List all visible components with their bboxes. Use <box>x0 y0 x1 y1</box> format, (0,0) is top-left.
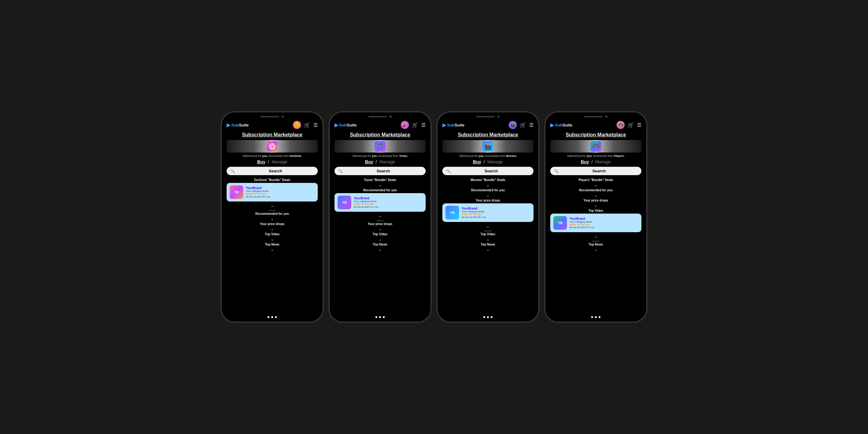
deal-price: As low as $14.43 / mo. <box>246 195 315 198</box>
search-label: Search <box>560 168 638 173</box>
pagination-dot-3[interactable] <box>383 316 385 318</box>
tab-buy[interactable]: Buy <box>257 159 266 164</box>
header-icons: 😊 🛒 ☰ <box>293 121 318 129</box>
avatar[interactable]: 🎬 <box>509 121 517 129</box>
price-drops-chevron[interactable]: ⌄ <box>335 227 426 231</box>
pagination-dot-1[interactable] <box>591 316 593 318</box>
divider <box>376 220 384 221</box>
top-video-chevron[interactable]: ⌄ <box>550 234 641 238</box>
tab-manage[interactable]: Manage <box>272 159 287 164</box>
pagination-dot-3[interactable] <box>599 316 600 318</box>
cart-icon[interactable]: 🛒 <box>628 122 634 128</box>
brand-logo-box: YB <box>445 206 459 219</box>
bundle-chevron[interactable]: ⌄ <box>227 204 318 208</box>
search-bar[interactable]: 🔍 Search <box>550 167 641 175</box>
recommended-chevron[interactable]: ⌄ <box>335 214 426 218</box>
pagination-dot-2[interactable] <box>271 316 273 318</box>
banner: 🎬 <box>442 140 533 153</box>
top-video-title: Top Video <box>227 232 318 236</box>
price-drops-chevron[interactable]: ⌄ <box>227 227 318 231</box>
banner-emoji: 🌸 <box>269 143 276 150</box>
pagination-dot-1[interactable] <box>268 316 269 318</box>
recommended-chevron[interactable]: ⌄ <box>442 193 533 197</box>
deal-card[interactable]: YB YourBrand Your Category Niche SAVE UP… <box>550 214 641 232</box>
tab-manage[interactable]: Manage <box>487 159 503 164</box>
banner: 🎵 <box>335 140 426 153</box>
deal-save: SAVE UP TO 24% <box>246 192 315 195</box>
price-drops-chevron[interactable]: ⌄ <box>442 224 533 228</box>
brand-logo-box: YB <box>553 216 567 230</box>
pagination-dot-2[interactable] <box>595 316 597 318</box>
tab-buy[interactable]: Buy <box>581 159 589 164</box>
top-news-chevron[interactable]: ⌄ <box>442 247 533 252</box>
deal-save: SAVE UP TO 15% <box>354 203 423 206</box>
search-bar[interactable]: 🔍 Search <box>227 167 318 175</box>
top-news-title: Top News <box>335 243 426 246</box>
tab-separator: / <box>268 159 269 164</box>
banner-emoji: 🎮 <box>592 143 600 150</box>
tab-manage[interactable]: Manage <box>595 159 611 164</box>
tab-buy[interactable]: Buy <box>365 159 373 164</box>
tagline: Tailored just for you. Exclusively from … <box>227 154 318 157</box>
deal-brand-name: YourBrand <box>462 207 530 210</box>
menu-icon[interactable]: ☰ <box>529 122 533 128</box>
top-video-chevron[interactable]: ⌄ <box>335 237 426 242</box>
pagination-dot-3[interactable] <box>275 316 277 318</box>
menu-icon[interactable]: ☰ <box>313 122 318 128</box>
phone-header: ▶ SubSuite 🎬 🛒 ☰ <box>442 119 533 132</box>
bundle-chevron[interactable]: ⌄ <box>442 183 533 187</box>
phone-tunez: ▶ SubSuite 🎤 🛒 ☰ Subscription Marketplac… <box>329 112 431 322</box>
tabs: Buy / Manage <box>550 159 641 164</box>
deal-price: As low as $14.05 / mo. <box>462 216 530 219</box>
recommended-chevron[interactable]: ⌄ <box>227 217 318 221</box>
top-news-title: Top News <box>227 243 318 246</box>
deal-category: Your Category Niche <box>354 200 423 203</box>
avatar[interactable]: 🎮 <box>617 121 625 129</box>
menu-icon[interactable]: ☰ <box>637 122 641 128</box>
bundle-deals-title: Moveez "Bundle" Deals <box>442 178 533 182</box>
pagination-dot-3[interactable] <box>491 316 493 318</box>
top-video-chevron[interactable]: ⌄ <box>227 237 318 242</box>
notch-bar <box>368 116 387 118</box>
notch-bar <box>260 116 279 118</box>
phone-moveez: ▶ SubSuite 🎬 🛒 ☰ Subscription Marketplac… <box>437 112 539 322</box>
bundle-chevron[interactable]: ⌄ <box>550 183 641 187</box>
avatar[interactable]: 😊 <box>293 121 301 129</box>
header-icons: 🎬 🛒 ☰ <box>509 121 533 129</box>
cart-icon[interactable]: 🛒 <box>412 122 418 128</box>
tab-buy[interactable]: Buy <box>473 159 481 164</box>
cart-icon[interactable]: 🛒 <box>304 122 310 128</box>
pagination-dot-2[interactable] <box>379 316 381 318</box>
avatar[interactable]: 🎤 <box>401 121 409 129</box>
top-video-chevron[interactable]: ⌄ <box>442 237 533 242</box>
deal-card[interactable]: YB YourBrand Your Category Niche SAVE UP… <box>227 183 318 202</box>
deal-info: YourBrand Your Category Niche SAVE UP TO… <box>569 217 638 229</box>
recommended-chevron[interactable]: ⌄ <box>550 193 641 197</box>
search-bar[interactable]: 🔍 Search <box>335 167 426 175</box>
tab-separator: / <box>591 159 593 164</box>
logo: ▶ SubSuite <box>335 122 356 128</box>
deal-card[interactable]: YB YourBrand Your Category Niche SAVE UP… <box>442 204 533 222</box>
top-news-chevron[interactable]: ⌄ <box>227 247 318 252</box>
tab-manage[interactable]: Manage <box>379 159 395 164</box>
pagination <box>335 314 426 318</box>
price-drops-chevron[interactable]: ⌄ <box>550 204 641 208</box>
cart-icon[interactable]: 🛒 <box>520 122 526 128</box>
search-bar[interactable]: 🔍 Search <box>442 167 533 175</box>
recommended-title: Recommended for you <box>442 188 533 192</box>
menu-icon[interactable]: ☰ <box>421 122 426 128</box>
page-title: Subscription Marketplace <box>550 132 641 137</box>
top-news-chevron[interactable]: ⌄ <box>335 247 426 252</box>
bundle-chevron[interactable]: ⌄ <box>335 183 426 187</box>
top-news-chevron[interactable]: ⌄ <box>550 247 641 252</box>
phone-header: ▶ SubSuite 🎤 🛒 ☰ <box>335 119 426 132</box>
pagination-dot-1[interactable] <box>483 316 485 318</box>
pagination-dot-1[interactable] <box>375 316 377 318</box>
phone-notch <box>330 112 431 119</box>
deal-card[interactable]: YB YourBrand Your Category Niche SAVE UP… <box>335 193 426 212</box>
pagination-dot-2[interactable] <box>487 316 489 318</box>
avatar-emoji: 🎤 <box>402 122 408 127</box>
top-news-title: Top News <box>442 243 533 246</box>
price-drops-title: Your price drops <box>442 199 533 202</box>
logo: ▶ SubSuite <box>550 122 572 128</box>
